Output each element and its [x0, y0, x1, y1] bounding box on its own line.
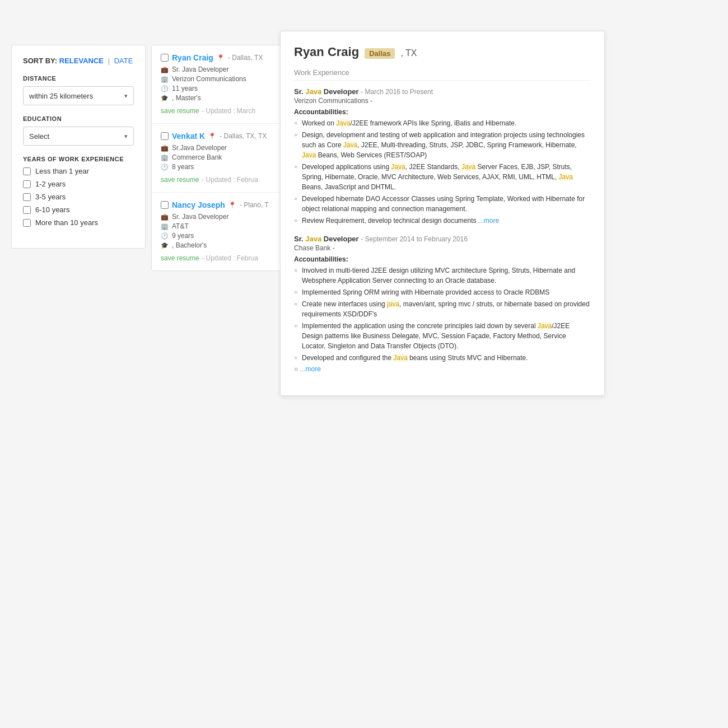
exp-1-2-label: 1-2 years — [35, 180, 66, 188]
resume-job2-dates: - September 2014 to February 2016 — [361, 235, 468, 243]
exp-more-10-checkbox[interactable] — [23, 219, 31, 227]
sort-date[interactable]: DATE — [114, 57, 133, 65]
grad-icon: 🎓 — [161, 95, 169, 102]
venkat-company-row: 🏢 Commerce Bank — [161, 153, 276, 161]
ryan-title: Sr. Java Developer — [172, 66, 228, 73]
exp-6-10-checkbox[interactable] — [23, 206, 31, 214]
briefcase-icon2: 💼 — [161, 144, 169, 152]
ryan-edu-row: 🎓 , Master's — [161, 94, 276, 102]
distance-select[interactable]: within 5 kilometers within 10 kilometers… — [29, 92, 128, 100]
distance-title: DISTANCE — [23, 75, 134, 82]
job-card-nancy[interactable]: Nancy Joseph 📍 - Plano, T 💼 Sr. Java Dev… — [152, 193, 285, 270]
exp-6-10-label: 6-10 years — [35, 206, 69, 214]
education-title: EDUCATION — [23, 115, 134, 122]
sort-divider: | — [108, 57, 110, 65]
exp-more-10-label: More than 10 years — [35, 218, 98, 227]
clock-icon2: 🕐 — [161, 164, 169, 171]
ryan-years-row: 🕐 11 years — [161, 85, 276, 92]
more-link-2[interactable]: ○ ...more — [294, 365, 321, 373]
bullet-item: Developed and configured the Java beans … — [294, 353, 591, 363]
resume-job-2: Sr. Java Developer - September 2014 to F… — [294, 235, 591, 373]
exp-3-5-label: 3-5 years — [35, 193, 66, 201]
resume-job1-company: Verizon Communications - — [294, 97, 591, 105]
bullet-item: Involved in multi-tiered J2EE design uti… — [294, 265, 591, 286]
resume-job1-title: Sr. Java Developer — [294, 87, 359, 96]
nancy-title-row: 💼 Sr. Java Developer — [161, 213, 276, 221]
nancy-location: - Plano, T — [240, 201, 269, 209]
bullet-item: Worked on Java/J2EE framework APIs like … — [294, 118, 591, 128]
filter-panel: SORT BY: RELEVANCE | DATE DISTANCE withi… — [11, 45, 146, 249]
exp-less-1[interactable]: Less than 1 year — [23, 167, 134, 175]
resume-job-1: Sr. Java Developer - March 2016 to Prese… — [294, 87, 591, 226]
nancy-save[interactable]: save resume — [161, 254, 199, 262]
exp-more-10[interactable]: More than 10 years — [23, 218, 134, 227]
more-link-1[interactable]: ...more — [478, 217, 499, 225]
ryan-location: - Dallas, TX — [228, 54, 263, 62]
job-list-panel: Ryan Craig 📍 - Dallas, TX 💼 Sr. Java Dev… — [151, 45, 286, 271]
experience-checkboxes: Less than 1 year 1-2 years 3-5 years 6-1… — [23, 167, 134, 227]
resume-job2-accountability: Accountabilities: — [294, 255, 591, 263]
exp-less-1-checkbox[interactable] — [23, 167, 31, 175]
venkat-checkbox[interactable] — [161, 132, 169, 140]
ryan-company-row: 🏢 Verizon Communications — [161, 75, 276, 83]
resume-job2-title-line: Sr. Java Developer - September 2014 to F… — [294, 235, 591, 243]
nancy-years-row: 🕐 9 years — [161, 232, 276, 240]
ryan-company: Verizon Communications — [172, 75, 246, 83]
bullet-item: Implemented Spring ORM wiring with Hiber… — [294, 287, 591, 297]
ryan-name[interactable]: Ryan Craig — [172, 53, 213, 62]
experience-filter: YEARS OF WORK EXPERIENCE Less than 1 yea… — [23, 156, 134, 227]
work-experience-title: Work Experience — [294, 68, 591, 81]
exp-1-2[interactable]: 1-2 years — [23, 180, 134, 188]
nancy-title: Sr. Java Developer — [172, 213, 228, 221]
venkat-name[interactable]: Venkat K — [172, 132, 205, 141]
clock-icon3: 🕐 — [161, 232, 169, 240]
resume-location-text: , TX — [400, 48, 417, 58]
sort-row: SORT BY: RELEVANCE | DATE — [23, 57, 134, 65]
nancy-checkbox[interactable] — [161, 201, 169, 209]
distance-dropdown[interactable]: within 5 kilometers within 10 kilometers… — [23, 86, 134, 105]
resume-job2-title: Sr. Java Developer — [294, 235, 359, 243]
venkat-save[interactable]: save resume — [161, 176, 199, 184]
resume-location-badge: Dallas — [365, 48, 395, 59]
venkat-updated: - Updated : Februa — [202, 176, 258, 184]
nancy-years: 9 years — [172, 232, 194, 240]
building-icon: 🏢 — [161, 76, 169, 83]
nancy-edu-row: 🎓 , Bachelor's — [161, 241, 276, 249]
nancy-location-icon: 📍 — [228, 202, 236, 209]
resume-job1-bullets: Worked on Java/J2EE framework APIs like … — [294, 118, 591, 226]
education-filter: EDUCATION Select High School Associate's… — [23, 115, 134, 146]
experience-title: YEARS OF WORK EXPERIENCE — [23, 156, 134, 162]
exp-3-5[interactable]: 3-5 years — [23, 193, 134, 201]
ryan-updated: - Updated : March — [202, 107, 255, 115]
education-dropdown[interactable]: Select High School Associate's Bachelor'… — [23, 127, 134, 146]
venkat-location: - Dallas, TX, TX — [220, 132, 267, 140]
exp-6-10[interactable]: 6-10 years — [23, 206, 134, 214]
ryan-location-icon: 📍 — [217, 54, 225, 62]
bullet-item: Design, development and testing of web a… — [294, 130, 591, 160]
resume-job1-title-line: Sr. Java Developer - March 2016 to Prese… — [294, 87, 591, 96]
exp-1-2-checkbox[interactable] — [23, 180, 31, 188]
ryan-edu: , Master's — [172, 94, 201, 102]
resume-header: Ryan Craig Dallas , TX — [294, 45, 591, 59]
venkat-years-row: 🕐 8 years — [161, 163, 276, 171]
ryan-checkbox[interactable] — [161, 54, 169, 62]
venkat-company: Commerce Bank — [172, 153, 222, 161]
job-card-ryan[interactable]: Ryan Craig 📍 - Dallas, TX 💼 Sr. Java Dev… — [152, 45, 285, 124]
building-icon2: 🏢 — [161, 154, 169, 161]
education-select[interactable]: Select High School Associate's Bachelor'… — [29, 132, 128, 141]
sort-relevance[interactable]: RELEVANCE — [59, 57, 104, 65]
venkat-location-icon: 📍 — [208, 133, 216, 140]
bullet-item: Implemented the application using the co… — [294, 321, 591, 351]
ryan-years: 11 years — [172, 85, 198, 92]
briefcase-icon: 💼 — [161, 66, 169, 73]
nancy-name[interactable]: Nancy Joseph — [172, 200, 225, 209]
nancy-company-row: 🏢 AT&T — [161, 222, 276, 230]
resume-panel: Ryan Craig Dallas , TX Work Experience S… — [280, 31, 605, 396]
job-card-venkat[interactable]: Venkat K 📍 - Dallas, TX, TX 💼 Sr.Java De… — [152, 124, 285, 193]
ryan-save[interactable]: save resume — [161, 107, 199, 115]
exp-3-5-checkbox[interactable] — [23, 193, 31, 201]
ryan-title-row: 💼 Sr. Java Developer — [161, 66, 276, 73]
venkat-title: Sr.Java Developer — [172, 144, 227, 152]
nancy-company: AT&T — [172, 222, 189, 230]
sort-label: SORT BY: — [23, 57, 57, 65]
